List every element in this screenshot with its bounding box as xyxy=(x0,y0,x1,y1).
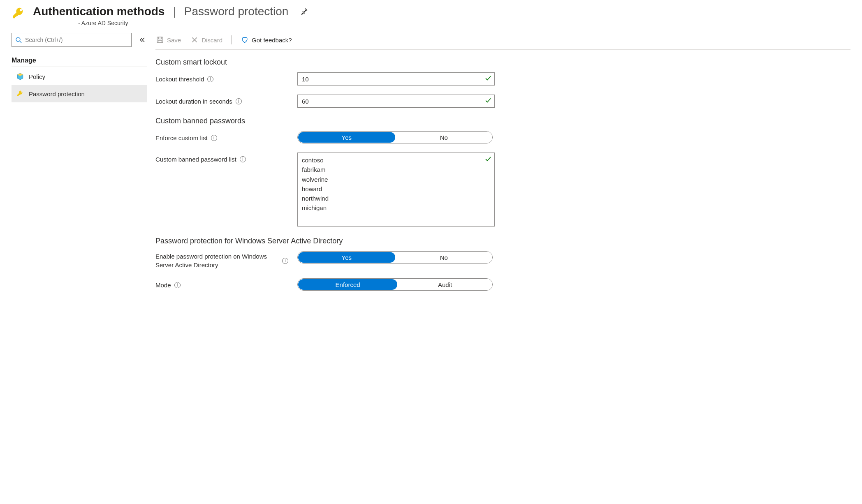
feedback-label: Got feedback? xyxy=(252,37,292,44)
section-custom-smart-lockout: Custom smart lockout xyxy=(155,58,850,67)
info-icon[interactable]: i xyxy=(174,282,181,288)
svg-rect-6 xyxy=(158,40,162,43)
info-icon[interactable]: i xyxy=(207,76,213,82)
mode-toggle: Enforced Audit xyxy=(297,278,493,291)
info-icon[interactable]: i xyxy=(240,156,246,162)
lockout-threshold-label: Lockout threshold xyxy=(155,75,204,83)
page-header: Authentication methods | Password protec… xyxy=(12,5,850,26)
heart-icon xyxy=(241,36,248,44)
pin-button[interactable] xyxy=(297,5,311,18)
info-icon[interactable]: i xyxy=(282,258,288,264)
check-icon xyxy=(485,97,491,105)
check-icon xyxy=(485,156,491,164)
search-box[interactable] xyxy=(12,33,132,47)
lockout-duration-input[interactable] xyxy=(297,95,495,108)
lockout-duration-label: Lockout duration in seconds xyxy=(155,97,232,106)
save-button[interactable]: Save xyxy=(155,35,182,45)
mode-audit-button[interactable]: Audit xyxy=(398,279,492,290)
enforce-yes-button[interactable]: Yes xyxy=(298,132,395,143)
enable-winsrv-yes-button[interactable]: Yes xyxy=(298,252,395,263)
enable-winsrv-no-button[interactable]: No xyxy=(396,252,493,263)
enforce-custom-list-toggle: Yes No xyxy=(297,131,493,143)
svg-point-0 xyxy=(16,37,20,42)
enable-winsrv-label: Enable password protection on Windows Se… xyxy=(155,252,279,269)
discard-label: Discard xyxy=(202,37,222,44)
sidebar-item-label: Policy xyxy=(29,73,45,80)
mode-enforced-button[interactable]: Enforced xyxy=(298,279,397,290)
section-custom-banned-passwords: Custom banned passwords xyxy=(155,117,850,125)
enable-winsrv-toggle: Yes No xyxy=(297,251,493,264)
svg-line-1 xyxy=(20,41,21,43)
save-icon xyxy=(156,36,164,44)
sidebar-item-policy[interactable]: Policy xyxy=(12,68,147,85)
sidebar-item-password-protection[interactable]: Password protection xyxy=(12,85,147,102)
info-icon[interactable]: i xyxy=(211,135,217,141)
chevron-double-left-icon xyxy=(139,37,146,43)
banned-password-list-input[interactable] xyxy=(297,153,495,227)
action-bar: Save Discard Got feedback? xyxy=(155,33,850,50)
search-input[interactable] xyxy=(22,37,128,43)
title-light: Password protection xyxy=(184,5,289,18)
svg-rect-5 xyxy=(159,37,162,39)
sidebar: Manage Policy Password protection xyxy=(12,33,147,300)
section-windows-server-ad: Password protection for Windows Server A… xyxy=(155,237,850,245)
key-icon xyxy=(16,90,24,97)
collapse-sidebar-button[interactable] xyxy=(137,35,147,45)
save-label: Save xyxy=(167,37,181,44)
title-separator: | xyxy=(170,5,178,18)
policy-icon xyxy=(16,73,24,80)
pin-icon xyxy=(300,7,308,16)
sidebar-item-label: Password protection xyxy=(29,90,85,97)
discard-button[interactable]: Discard xyxy=(190,35,223,45)
main-content: Save Discard Got feedback? Custom smart … xyxy=(155,33,850,300)
search-icon xyxy=(15,37,22,43)
key-icon xyxy=(12,7,25,21)
page-title: Authentication methods | Password protec… xyxy=(33,5,850,18)
lockout-threshold-input[interactable] xyxy=(297,72,495,86)
page-subtitle: - Azure AD Security xyxy=(33,20,850,26)
check-icon xyxy=(485,75,491,83)
enforce-no-button[interactable]: No xyxy=(396,132,493,143)
info-icon[interactable]: i xyxy=(236,98,242,104)
mode-label: Mode xyxy=(155,281,171,289)
feedback-button[interactable]: Got feedback? xyxy=(240,35,293,45)
sidebar-section-manage: Manage xyxy=(12,54,147,67)
title-strong: Authentication methods xyxy=(33,5,165,18)
banned-list-label: Custom banned password list xyxy=(155,155,236,164)
divider xyxy=(232,35,232,44)
enforce-custom-list-label: Enforce custom list xyxy=(155,134,208,142)
close-icon xyxy=(191,36,198,44)
